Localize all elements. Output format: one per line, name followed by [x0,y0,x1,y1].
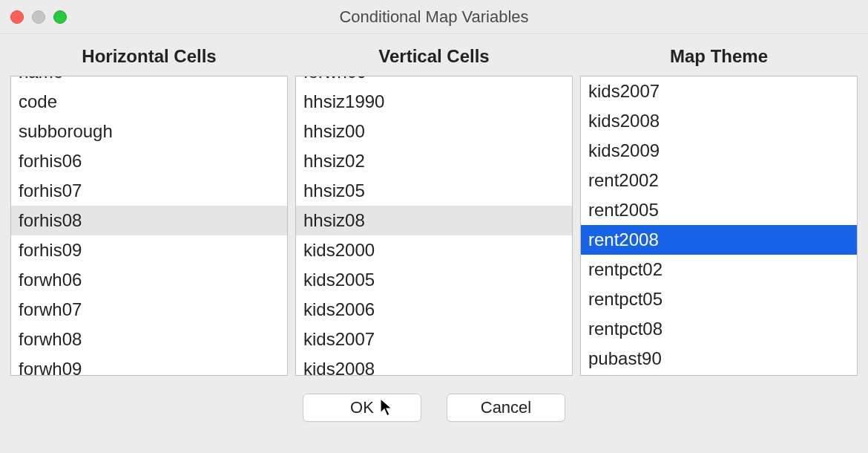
cancel-button[interactable]: Cancel [447,394,565,422]
columns: Horizontal Cells namecodesubboroughforhi… [0,34,868,376]
list-item[interactable]: kids2007 [581,76,857,106]
list-item[interactable]: hhsiz1990 [296,87,572,117]
list-item[interactable]: forwh06 [11,265,287,295]
list-item[interactable]: kids2000 [296,235,572,265]
list-item[interactable]: forhis08 [11,206,287,235]
list-item[interactable]: rentpct08 [581,314,857,344]
ok-button[interactable]: OK [303,394,421,422]
column-vertical: Vertical Cells forwh09hhsiz1990hhsiz00hh… [295,42,573,376]
window-title: Conditional Map Variables [0,7,868,27]
list-item[interactable]: kids2008 [296,354,572,376]
list-item[interactable]: hhsiz00 [296,117,572,146]
column-header: Vertical Cells [378,46,489,67]
list-item[interactable]: kids2007 [296,325,572,354]
list-item[interactable]: kids2006 [296,295,572,325]
list-item[interactable]: rent2008 [581,225,857,255]
list-item[interactable]: forhis09 [11,235,287,265]
list-item[interactable]: forhis06 [11,146,287,176]
list-item[interactable]: forwh09 [11,354,287,376]
list-item[interactable]: kids2008 [581,106,857,136]
column-horizontal: Horizontal Cells namecodesubboroughforhi… [10,42,288,376]
listbox-vertical[interactable]: forwh09hhsiz1990hhsiz00hhsiz02hhsiz05hhs… [295,76,573,376]
list-item[interactable]: kids2005 [296,265,572,295]
window-controls [10,10,67,24]
list-item[interactable]: forwh08 [11,325,287,354]
list-item[interactable]: pubast90 [581,344,857,374]
list-item[interactable]: code [11,87,287,117]
titlebar: Conditional Map Variables [0,0,868,34]
list-item[interactable]: hhsiz05 [296,176,572,206]
list-item[interactable]: forwh09 [296,76,572,87]
list-item[interactable]: hhsiz02 [296,146,572,176]
list-item[interactable]: forwh07 [11,295,287,325]
column-header: Horizontal Cells [82,46,216,67]
column-header: Map Theme [670,46,768,67]
zoom-icon[interactable] [53,10,67,24]
dialog-footer: OK Cancel [0,376,868,422]
minimize-icon[interactable] [32,10,45,24]
list-item[interactable]: subborough [11,117,287,146]
list-item[interactable]: rent2005 [581,195,857,225]
listbox-horizontal[interactable]: namecodesubboroughforhis06forhis07forhis… [10,76,288,376]
list-item[interactable]: kids2009 [581,136,857,166]
list-item[interactable]: name [11,76,287,87]
list-item[interactable]: rentpct05 [581,284,857,314]
list-item[interactable]: rentpct02 [581,255,857,284]
list-item[interactable]: hhsiz08 [296,206,572,235]
close-icon[interactable] [10,10,24,24]
list-item[interactable]: forhis07 [11,176,287,206]
column-theme: Map Theme kids2007kids2008kids2009rent20… [580,42,858,376]
list-item[interactable]: rent2002 [581,166,857,195]
listbox-theme[interactable]: kids2007kids2008kids2009rent2002rent2005… [580,76,858,376]
